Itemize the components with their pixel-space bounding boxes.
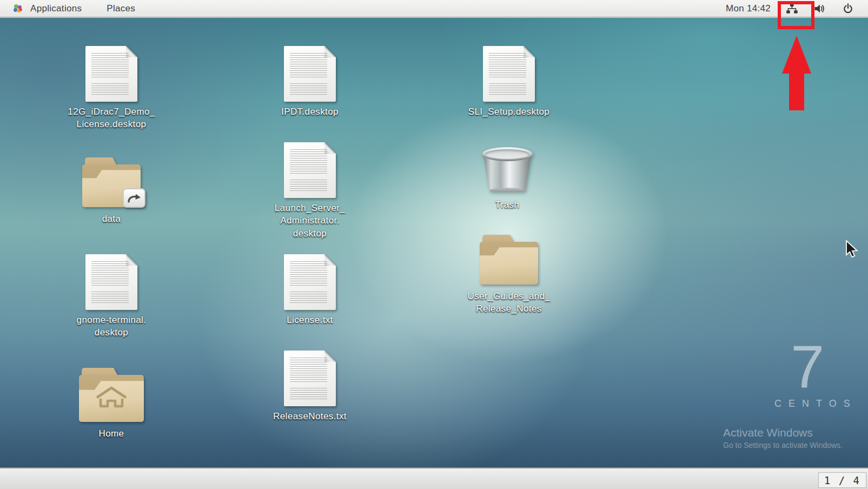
desktop-icon-releasenotes-txt[interactable]: ReleaseNotes.txt <box>250 351 369 422</box>
home-glyph-icon <box>94 386 129 411</box>
icon-label: Home <box>99 427 124 440</box>
document-icon <box>284 351 336 406</box>
icon-label: License.txt <box>287 314 333 326</box>
document-icon <box>85 46 137 102</box>
activate-windows-text: Activate Windows <box>723 426 813 439</box>
trash-icon <box>482 147 533 195</box>
icon-label: gnome-terminal. desktop <box>77 314 147 339</box>
desktop-icon-sli-setup[interactable]: SLI_Setup.desktop <box>449 46 568 118</box>
desktop-icon-gnome-terminal[interactable]: gnome-terminal. desktop <box>52 254 171 339</box>
desktop-icon-launch-server-administrator[interactable]: Launch_Server_ Administrator. desktop <box>250 142 369 240</box>
desktop-icon-trash[interactable]: Trash <box>448 147 567 211</box>
applications-menu-label: Applications <box>30 3 82 14</box>
places-menu-label: Places <box>107 3 135 14</box>
icon-label: 12G_iDrac7_Demo_ License.desktop <box>68 105 155 131</box>
icon-label: SLI_Setup.desktop <box>468 105 549 118</box>
top-panel: Applications Places Mon 14:42 <box>0 0 868 17</box>
home-folder-icon <box>77 366 145 424</box>
desktop-icon-ipdt[interactable]: IPDT.desktop <box>250 46 369 118</box>
viewer-bottom-bar: 1 / 4 <box>0 467 868 489</box>
activate-windows-subtext: Go to Settings to activate Windows. <box>723 441 843 450</box>
desktop-icon-data[interactable]: data <box>52 156 171 225</box>
panel-left-group: Applications Places <box>0 0 138 17</box>
screenshot-root: Applications Places Mon 14:42 <box>0 0 868 489</box>
centos-name-watermark: CENTOS <box>774 398 857 409</box>
clock[interactable]: Mon 14:42 <box>726 3 771 14</box>
icon-label: Trash <box>495 199 520 211</box>
applications-menu[interactable]: Applications <box>8 0 85 17</box>
annotation-arrow-icon <box>782 36 811 74</box>
desktop-icon-user-guides[interactable]: User_Guides_and_ Release_Notes <box>449 233 568 315</box>
document-icon <box>85 254 137 310</box>
centos-version-watermark: 7 <box>791 336 824 397</box>
mouse-cursor-icon <box>845 240 863 261</box>
desktop-icon-license-txt[interactable]: License.txt <box>250 254 369 326</box>
document-icon <box>284 254 336 310</box>
icon-label: Launch_Server_ Administrator. desktop <box>275 202 345 240</box>
desktop-icon-home[interactable]: Home <box>52 366 171 440</box>
annotation-highlight-box <box>778 1 814 29</box>
document-icon <box>483 46 535 102</box>
desktop-wallpaper[interactable]: 12G_iDrac7_Demo_ License.desktop IPDT.de… <box>0 18 868 467</box>
icon-label: User_Guides_and_ Release_Notes <box>468 290 551 315</box>
page-indicator: 1 / 4 <box>818 472 866 488</box>
folder-icon <box>478 233 540 286</box>
icon-label: ReleaseNotes.txt <box>273 410 347 422</box>
applications-logo-icon <box>11 2 25 16</box>
places-menu[interactable]: Places <box>103 0 138 17</box>
document-icon <box>284 142 336 198</box>
document-icon <box>284 46 336 102</box>
volume-icon[interactable] <box>813 2 827 16</box>
icon-label: IPDT.desktop <box>281 105 339 118</box>
desktop-icon-idrac-license[interactable]: 12G_iDrac7_Demo_ License.desktop <box>52 46 171 131</box>
icon-label: data <box>102 213 121 225</box>
symlink-emblem-icon <box>123 188 145 208</box>
folder-symlink-icon <box>81 156 142 209</box>
annotation-arrow-shaft <box>789 72 804 110</box>
power-icon[interactable] <box>841 2 855 16</box>
